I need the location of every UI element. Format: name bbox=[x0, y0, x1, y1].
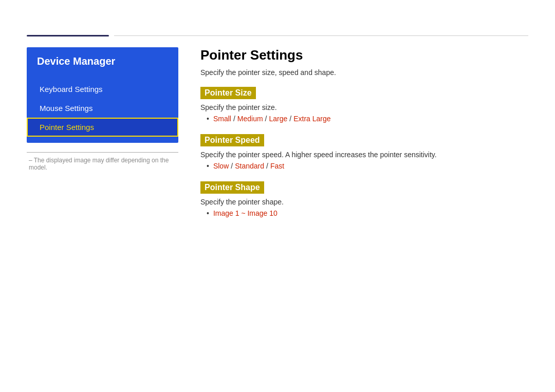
sidebar-item-mouse[interactable]: Mouse Settings bbox=[27, 99, 178, 118]
list-item-shape: Image 1 ~ Image 10 bbox=[207, 209, 528, 217]
option-fast: Fast bbox=[270, 162, 284, 170]
option-small: Small bbox=[213, 115, 231, 123]
section-desc-size: Specify the pointer size. bbox=[200, 103, 528, 111]
top-bar-accent bbox=[27, 35, 109, 36]
list-item-speed: Slow / Standard / Fast bbox=[207, 162, 528, 170]
section-desc-speed: Specify the pointer speed. A higher spee… bbox=[200, 151, 528, 159]
section-pointer-speed: Pointer Speed Specify the pointer speed.… bbox=[200, 134, 528, 170]
section-heading-speed: Pointer Speed bbox=[200, 134, 264, 146]
section-options-size: Small / Medium / Large / Extra Large bbox=[200, 115, 528, 123]
section-heading-shape: Pointer Shape bbox=[200, 181, 264, 194]
sidebar-item-keyboard[interactable]: Keyboard Settings bbox=[27, 80, 178, 99]
sidebar-divider bbox=[27, 152, 178, 153]
sidebar-menu: Keyboard Settings Mouse Settings Pointer… bbox=[27, 76, 178, 143]
section-options-shape: Image 1 ~ Image 10 bbox=[200, 209, 528, 217]
sidebar: Device Manager Keyboard Settings Mouse S… bbox=[27, 47, 178, 171]
option-extra-large: Extra Large bbox=[293, 115, 330, 123]
top-bar bbox=[27, 35, 528, 36]
page-title: Pointer Settings bbox=[200, 47, 528, 63]
section-options-speed: Slow / Standard / Fast bbox=[200, 162, 528, 170]
sidebar-item-pointer[interactable]: Pointer Settings bbox=[27, 118, 178, 137]
option-medium: Medium bbox=[237, 115, 263, 123]
list-item-size: Small / Medium / Large / Extra Large bbox=[207, 115, 528, 123]
top-bar-line bbox=[114, 35, 528, 36]
option-standard: Standard bbox=[235, 162, 264, 170]
section-heading-size: Pointer Size bbox=[200, 87, 256, 99]
page-subtitle: Specify the pointer size, speed and shap… bbox=[200, 68, 528, 77]
option-image-range: Image 1 ~ Image 10 bbox=[213, 209, 278, 217]
sidebar-header: Device Manager bbox=[27, 47, 178, 76]
section-pointer-size: Pointer Size Specify the pointer size. S… bbox=[200, 87, 528, 123]
section-pointer-shape: Pointer Shape Specify the pointer shape.… bbox=[200, 181, 528, 217]
option-large: Large bbox=[269, 115, 288, 123]
content-area: Pointer Settings Specify the pointer siz… bbox=[200, 47, 528, 229]
section-desc-shape: Specify the pointer shape. bbox=[200, 198, 528, 206]
option-slow: Slow bbox=[213, 162, 229, 170]
sidebar-note: – The displayed image may differ dependi… bbox=[27, 157, 178, 171]
